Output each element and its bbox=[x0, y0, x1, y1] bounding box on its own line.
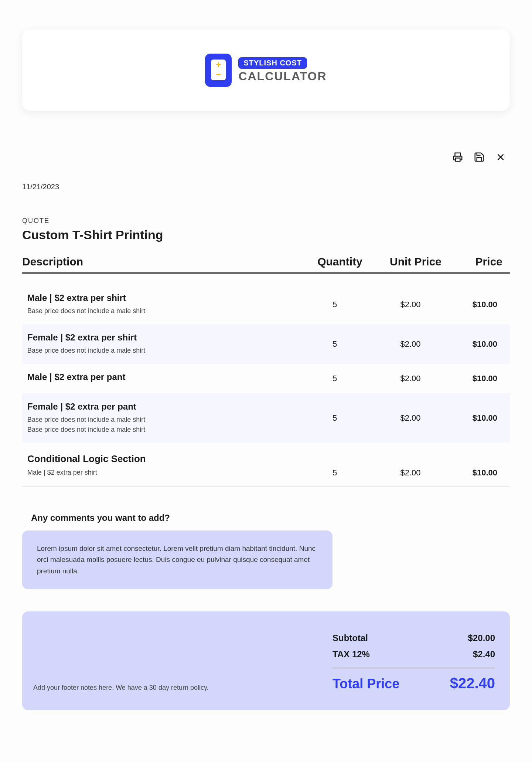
item-qty: 5 bbox=[298, 374, 372, 383]
save-icon bbox=[474, 152, 485, 163]
item-title: Female | $2 extra per pant bbox=[27, 401, 290, 412]
col-quantity: Quantity bbox=[303, 255, 377, 268]
table-row: Male | $2 extra per shirtBase price does… bbox=[22, 285, 510, 324]
total-row: Total Price $22.40 bbox=[332, 675, 495, 692]
action-toolbar bbox=[22, 152, 510, 164]
subtotal-label: Subtotal bbox=[332, 633, 368, 643]
item-subtext: Base price does not include a male shirt bbox=[27, 425, 290, 435]
quote-title: Custom T-Shirt Printing bbox=[22, 228, 510, 242]
section-item-label: Male | $2 extra per shirt bbox=[27, 468, 298, 478]
item-unit-price: $2.00 bbox=[372, 374, 449, 383]
item-title: Female | $2 extra per shirt bbox=[27, 332, 290, 343]
item-qty: 5 bbox=[298, 300, 372, 309]
comments-title: Any comments you want to add? bbox=[31, 513, 510, 523]
item-unit-price: $2.00 bbox=[372, 413, 449, 423]
brand-badge: STYLISH COST bbox=[238, 57, 307, 69]
quote-label: QUOTE bbox=[22, 217, 510, 225]
comments-body: Lorem ipsum dolor sit amet consectetur. … bbox=[22, 530, 332, 589]
close-icon bbox=[495, 152, 506, 163]
item-unit-price: $2.00 bbox=[372, 339, 449, 349]
item-subtext: Base price does not include a male shirt bbox=[27, 306, 290, 316]
item-subtext: Base price does not include a male shirt bbox=[27, 415, 290, 425]
item-description: Female | $2 extra per pantBase price doe… bbox=[27, 401, 298, 435]
tax-value: $2.40 bbox=[473, 649, 495, 659]
section-item-unit: $2.00 bbox=[372, 468, 449, 478]
item-qty: 5 bbox=[298, 339, 372, 349]
table-row: Female | $2 extra per pantBase price doe… bbox=[22, 393, 510, 443]
table-row: Female | $2 extra per shirtBase price do… bbox=[22, 324, 510, 364]
total-value: $22.40 bbox=[450, 675, 495, 692]
section-item-qty: 5 bbox=[298, 468, 372, 478]
item-price: $10.00 bbox=[449, 413, 505, 423]
comments-block: Any comments you want to add? Lorem ipsu… bbox=[22, 513, 510, 589]
save-button[interactable] bbox=[474, 152, 485, 164]
item-price: $10.00 bbox=[449, 339, 505, 349]
totals-card: Add your footer notes here. We have a 30… bbox=[22, 611, 510, 710]
quote-date: 11/21/2023 bbox=[22, 183, 510, 191]
subtotal-value: $20.00 bbox=[468, 633, 495, 643]
table-header: Description Quantity Unit Price Price bbox=[22, 255, 510, 274]
tax-row: TAX 12% $2.40 bbox=[332, 646, 495, 662]
item-description: Male | $2 extra per pant bbox=[27, 372, 298, 385]
col-description: Description bbox=[22, 255, 303, 268]
calculator-icon: + − bbox=[205, 54, 232, 87]
item-description: Male | $2 extra per shirtBase price does… bbox=[27, 293, 298, 316]
section-item-row: Male | $2 extra per shirt 5 $2.00 $10.00 bbox=[22, 468, 510, 487]
col-price: Price bbox=[454, 255, 510, 268]
print-button[interactable] bbox=[452, 152, 463, 164]
item-unit-price: $2.00 bbox=[372, 300, 449, 309]
item-title: Male | $2 extra per shirt bbox=[27, 293, 290, 303]
item-qty: 5 bbox=[298, 413, 372, 423]
totals-divider bbox=[332, 668, 495, 668]
brand-word: CALCULATOR bbox=[238, 69, 327, 83]
item-description: Female | $2 extra per shirtBase price do… bbox=[27, 332, 298, 356]
item-title: Male | $2 extra per pant bbox=[27, 372, 290, 382]
brand-logo: + − STYLISH COST CALCULATOR bbox=[205, 54, 327, 87]
header-logo-card: + − STYLISH COST CALCULATOR bbox=[22, 30, 510, 111]
table-row: Male | $2 extra per pant5$2.00$10.00 bbox=[22, 364, 510, 393]
close-button[interactable] bbox=[495, 152, 506, 164]
item-price: $10.00 bbox=[449, 374, 505, 383]
subtotal-row: Subtotal $20.00 bbox=[332, 630, 495, 646]
footer-note: Add your footer notes here. We have a 30… bbox=[33, 684, 209, 692]
line-items-table: Description Quantity Unit Price Price Ma… bbox=[22, 255, 510, 487]
total-label: Total Price bbox=[332, 676, 399, 692]
section-item-price: $10.00 bbox=[449, 468, 505, 478]
col-unit-price: Unit Price bbox=[377, 255, 454, 268]
item-price: $10.00 bbox=[449, 300, 505, 309]
item-subtext: Base price does not include a male shirt bbox=[27, 346, 290, 356]
section-heading: Conditional Logic Section bbox=[22, 443, 510, 468]
tax-label: TAX 12% bbox=[332, 649, 370, 659]
print-icon bbox=[452, 152, 463, 163]
